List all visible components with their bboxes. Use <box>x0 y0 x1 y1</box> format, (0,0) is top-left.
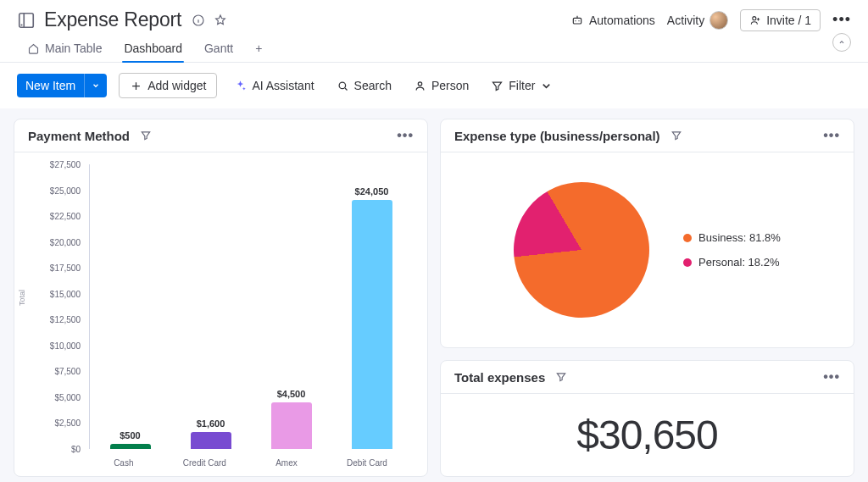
y-tick-label: $7,500 <box>48 367 84 376</box>
y-tick-label: $17,500 <box>48 263 84 273</box>
pie-legend: Business: 81.8%Personal: 18.2% <box>683 231 781 269</box>
svg-point-4 <box>575 20 576 21</box>
add-widget-button[interactable]: Add widget <box>119 73 217 98</box>
funnel-icon[interactable] <box>670 130 682 141</box>
invite-icon <box>749 14 761 26</box>
bar-chart: Total $0$2,500$5,000$7,500$10,000$12,500… <box>21 161 415 468</box>
widget-menu-button[interactable]: ••• <box>397 128 414 143</box>
x-tick-label: Amex <box>275 458 298 468</box>
collapse-header-button[interactable] <box>832 33 851 52</box>
chevron-up-icon <box>837 38 846 47</box>
more-menu-button[interactable]: ••• <box>832 11 851 29</box>
legend-swatch <box>683 258 692 267</box>
activity-button[interactable]: Activity <box>667 11 728 30</box>
widget-total-expenses: Total expenses ••• $30,650 <box>440 360 854 477</box>
person-filter-button[interactable]: Person <box>409 74 474 97</box>
board-toolbar: New Item Add widget AI Assistant Search … <box>0 63 868 108</box>
funnel-icon[interactable] <box>140 130 152 141</box>
widget-menu-button[interactable]: ••• <box>823 128 840 143</box>
svg-point-7 <box>339 82 346 89</box>
legend-label: Business: 81.8% <box>698 231 781 244</box>
bar-value-label: $1,600 <box>197 418 225 429</box>
widget-expense-type: Expense type (business/personal) ••• Bus… <box>440 119 854 348</box>
x-tick-label: Cash <box>114 458 133 468</box>
automations-button[interactable]: Automations <box>570 14 655 27</box>
y-tick-label: $10,000 <box>48 341 84 350</box>
widget-title: Total expenses <box>454 370 545 385</box>
search-button[interactable]: Search <box>331 74 397 97</box>
total-expenses-value: $30,650 <box>576 412 718 458</box>
new-item-button[interactable]: New Item <box>17 74 107 97</box>
widget-title: Expense type (business/personal) <box>454 129 660 143</box>
pie-chart <box>507 175 656 324</box>
automations-label: Automations <box>589 14 655 27</box>
bar[interactable] <box>352 200 392 449</box>
widget-payment-method: Payment Method ••• Total $0$2,500$5,000$… <box>14 119 428 477</box>
widget-title: Payment Method <box>28 129 130 143</box>
funnel-icon[interactable] <box>555 371 567 383</box>
legend-item: Personal: 18.2% <box>683 256 781 269</box>
invite-button[interactable]: Invite / 1 <box>740 9 821 31</box>
tab-main-table[interactable]: Main Table <box>25 36 103 62</box>
add-view-label: + <box>255 42 262 55</box>
sparkle-icon <box>234 80 247 92</box>
svg-rect-3 <box>573 18 581 24</box>
widget-menu-button[interactable]: ••• <box>823 369 840 385</box>
add-view-button[interactable]: + <box>253 36 264 62</box>
bar[interactable] <box>110 444 151 449</box>
bar[interactable] <box>271 402 312 449</box>
funnel-icon <box>491 80 504 92</box>
svg-point-8 <box>418 81 421 85</box>
legend-label: Personal: 18.2% <box>698 256 779 269</box>
tab-label: Dashboard <box>124 42 182 55</box>
tab-label: Gantt <box>204 42 233 55</box>
invite-label: Invite / 1 <box>766 14 811 27</box>
page-title: Expense Report <box>44 8 181 31</box>
y-axis-label: Total <box>18 290 26 306</box>
plus-icon <box>130 80 142 92</box>
legend-item: Business: 81.8% <box>683 231 781 244</box>
svg-point-5 <box>578 20 579 21</box>
svg-point-1 <box>20 24 22 25</box>
tab-gantt[interactable]: Gantt <box>203 36 235 62</box>
y-tick-label: $22,500 <box>48 212 84 221</box>
activity-label: Activity <box>667 14 704 27</box>
y-tick-label: $27,500 <box>48 160 84 169</box>
svg-point-6 <box>753 16 756 19</box>
y-tick-label: $25,000 <box>48 186 84 195</box>
robot-icon <box>570 14 584 27</box>
dashboard-area: Payment Method ••• Total $0$2,500$5,000$… <box>0 108 868 482</box>
chevron-down-icon <box>540 80 553 92</box>
filter-button[interactable]: Filter <box>486 74 558 97</box>
new-item-dropdown[interactable] <box>84 74 107 97</box>
x-tick-label: Debit Card <box>347 458 387 468</box>
legend-swatch <box>683 234 692 242</box>
tab-label: Main Table <box>45 42 102 55</box>
person-label: Person <box>431 79 469 92</box>
bar-value-label: $500 <box>120 430 140 440</box>
board-header: Expense Report Automations Activity Invi… <box>0 0 868 31</box>
search-label: Search <box>354 79 392 92</box>
ai-assistant-button[interactable]: AI Assistant <box>229 74 319 97</box>
search-icon <box>337 80 349 92</box>
y-tick-label: $2,500 <box>48 418 84 428</box>
new-item-label: New Item <box>17 74 84 97</box>
person-icon <box>414 80 426 92</box>
x-tick-label: Credit Card <box>183 458 226 468</box>
view-tabs: Main Table Dashboard Gantt + <box>0 31 868 63</box>
tab-dashboard[interactable]: Dashboard <box>122 36 184 62</box>
bar[interactable] <box>191 432 231 449</box>
y-tick-label: $20,000 <box>48 237 84 247</box>
info-icon[interactable] <box>192 14 205 27</box>
y-tick-label: $15,000 <box>48 289 84 298</box>
add-widget-label: Add widget <box>147 79 206 92</box>
bar-value-label: $4,500 <box>277 389 306 399</box>
board-icon <box>17 11 36 30</box>
y-tick-label: $5,000 <box>48 392 84 402</box>
chevron-down-icon <box>92 81 100 90</box>
home-icon <box>27 42 40 55</box>
bar-value-label: $24,050 <box>355 186 389 197</box>
star-icon[interactable] <box>214 14 227 27</box>
avatar <box>709 11 728 30</box>
y-tick-label: $12,500 <box>48 315 84 324</box>
